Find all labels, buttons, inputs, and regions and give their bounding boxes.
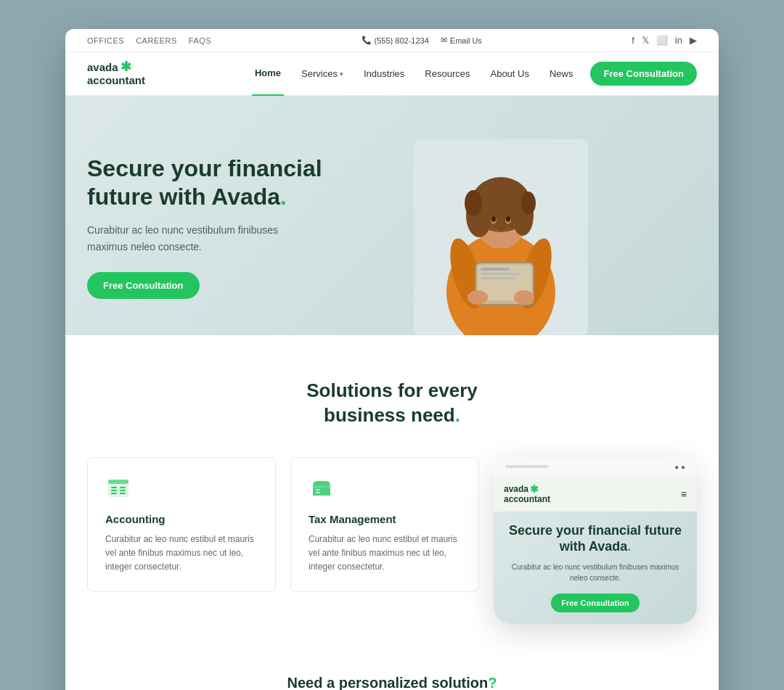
logo-asterisk: ✱ [121,60,131,75]
logo: avada✱ accountant [87,60,145,86]
nav-cta-button[interactable]: Free Consultation [590,62,697,86]
nav-about[interactable]: About Us [487,52,531,96]
accounting-desc: Curabitur ac leo nunc estibul et mauris … [105,533,258,575]
phone-info: 📞 (555) 802-1234 [362,36,429,45]
logo-name: avada [87,62,118,74]
social-links: f 𝕏 ⬜ in ▶ [632,35,697,46]
logo-top: avada✱ [87,60,145,75]
topbar-contact: 📞 (555) 802-1234 ✉ Email Us [362,36,482,45]
accounting-card: Accounting Curabitur ac leo nunc estibul… [87,457,276,593]
accounting-svg-icon [107,477,130,500]
mobile-logo-bottom: accountant [504,495,550,504]
mobile-status-bar: ● ● [494,457,697,477]
youtube-icon[interactable]: ▶ [690,35,697,46]
hero-illustration [414,139,588,335]
svg-rect-19 [481,277,515,279]
mobile-logo-top: avada✱ [504,484,550,495]
header: avada✱ accountant Home Services ▾ Indust… [65,52,719,96]
hero-content: Secure your financial future with Avada.… [87,155,392,335]
accounting-title: Accounting [105,513,258,525]
solutions-section: Solutions for every business need. [65,335,719,653]
svg-point-11 [491,217,496,222]
mobile-mockup: ● ● avada✱ accountant ≡ [494,457,697,625]
svg-rect-27 [120,487,126,488]
tax-card: Tax Management Curabitur ac leo nunc est… [290,457,479,593]
careers-link[interactable]: CAREERS [136,36,177,45]
svg-point-12 [506,217,510,222]
email-icon: ✉ [441,36,447,45]
chevron-down-icon: ▾ [340,70,343,78]
tax-desc: Curabitur ac leo nunc estibul et mauris … [309,533,461,575]
nav-home[interactable]: Home [252,52,284,96]
faqs-link[interactable]: FAQS [189,36,211,45]
hero-subtitle: Curabitur ac leo nunc vestibulum finibus… [87,222,305,255]
instagram-icon[interactable]: ⬜ [656,35,668,46]
svg-point-8 [521,192,536,215]
tax-title: Tax Management [309,513,461,525]
mobile-hero: Secure your financial future with Avada.… [494,512,697,624]
top-bar: OFFICES CAREERS FAQS 📞 (555) 802-1234 ✉ … [65,29,719,52]
svg-rect-26 [111,493,117,494]
hero-title-dot: . [280,184,287,210]
hero-section: Secure your financial future with Avada.… [65,96,719,335]
hero-cta-button[interactable]: Free Consultation [87,272,200,299]
mobile-hero-sub: Curabitur ac leo nunc vestibulum finibus… [504,562,687,583]
solutions-title: Solutions for every business need. [87,379,697,428]
mobile-hero-dot: . [627,539,631,554]
mobile-hero-title: Secure your financial future with Avada. [504,523,687,554]
mobile-menu-icon[interactable]: ≡ [681,488,687,500]
svg-rect-31 [316,492,320,493]
svg-rect-24 [111,487,117,488]
hero-image [392,132,610,335]
facebook-icon[interactable]: f [632,35,634,46]
bottom-title: Need a personalized solution? [87,675,697,690]
twitter-icon[interactable]: 𝕏 [642,35,649,46]
svg-rect-28 [120,490,126,491]
hero-title: Secure your financial future with Avada. [87,155,392,210]
mobile-notch [505,465,549,468]
solutions-grid: Accounting Curabitur ac leo nunc estibul… [87,457,697,625]
svg-point-7 [465,190,482,216]
svg-rect-17 [481,268,510,271]
nav-industries[interactable]: Industries [361,52,407,96]
svg-rect-25 [111,490,117,491]
main-nav: Home Services ▾ Industries Resources Abo… [252,52,697,96]
nav-news[interactable]: News [547,52,576,96]
accounting-icon [105,475,131,501]
mobile-header: avada✱ accountant ≡ [494,477,697,512]
offices-link[interactable]: OFFICES [87,36,124,45]
solutions-dot: . [455,404,460,426]
svg-point-20 [467,290,488,305]
svg-point-21 [514,290,534,305]
tax-icon [309,475,335,501]
topbar-links: OFFICES CAREERS FAQS [87,36,211,45]
svg-rect-18 [481,273,520,275]
svg-rect-30 [316,489,320,490]
nav-resources[interactable]: Resources [422,52,473,96]
logo-bottom: accountant [87,75,145,87]
nav-services[interactable]: Services ▾ [298,52,346,96]
mobile-cta-button[interactable]: Free Consultation [551,594,640,612]
mobile-asterisk-icon: ✱ [530,484,539,495]
phone-icon: 📞 [362,36,372,45]
mobile-logo: avada✱ accountant [504,484,550,505]
tax-svg-icon [310,477,333,500]
bottom-section: Need a personalized solution? Curabitur … [65,653,719,690]
svg-rect-29 [120,493,126,494]
linkedin-icon[interactable]: in [675,35,682,46]
email-link[interactable]: Email Us [450,36,482,45]
svg-rect-23 [108,480,128,484]
logo-text: avada✱ accountant [87,60,145,86]
email-info: ✉ Email Us [441,36,482,45]
browser-window: OFFICES CAREERS FAQS 📞 (555) 802-1234 ✉ … [65,29,719,690]
phone-number: (555) 802-1234 [375,36,429,45]
mobile-status-icons: ● ● [674,463,685,471]
bottom-title-dot: ? [488,675,497,690]
